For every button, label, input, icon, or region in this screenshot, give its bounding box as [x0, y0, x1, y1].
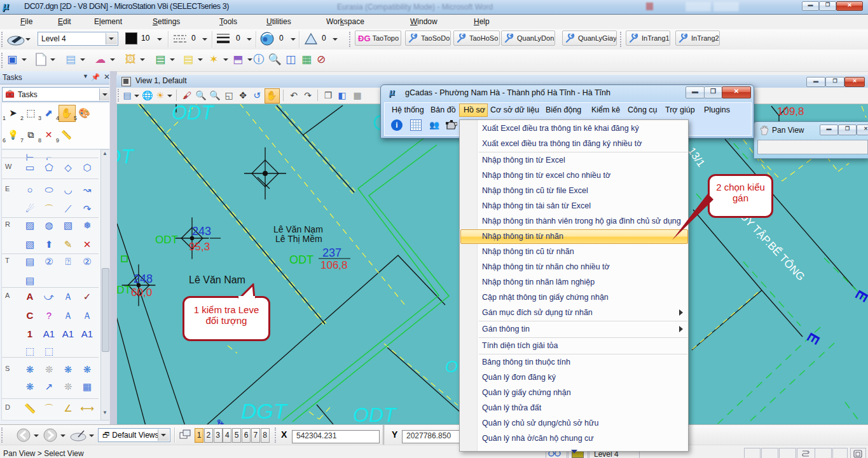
svg-text:ODT: ODT [116, 284, 131, 296]
svg-text:DT: DT [116, 145, 134, 168]
svg-text:ODT: ODT [172, 104, 215, 124]
svg-text:O: O [445, 357, 458, 376]
svg-text:109,8: 109,8 [777, 105, 804, 118]
svg-text:60,0: 60,0 [131, 286, 152, 299]
svg-text:237: 237 [322, 246, 341, 259]
svg-text:DGT: DGT [241, 399, 288, 423]
svg-text:Lê Thị Mềm: Lê Thị Mềm [275, 234, 322, 244]
svg-text:ODT: ODT [155, 234, 178, 246]
svg-text:248: 248 [134, 273, 153, 285]
svg-text:ODT: ODT [289, 253, 313, 266]
svg-text:ODT: ODT [353, 403, 397, 424]
svg-text:Lê Văn Nạm: Lê Văn Nạm [273, 224, 323, 234]
svg-text:243: 243 [192, 225, 211, 238]
svg-text:106,8: 106,8 [320, 259, 348, 271]
svg-text:95,3: 95,3 [189, 241, 210, 253]
